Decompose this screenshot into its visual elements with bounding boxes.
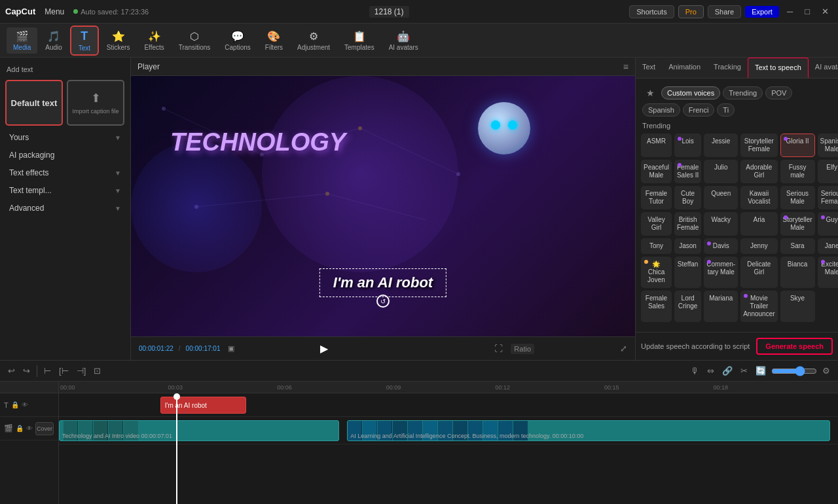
menu-item-ai-packaging[interactable]: AI packaging — [3, 147, 128, 164]
shortcuts-button[interactable]: Shortcuts — [629, 5, 674, 18]
voice-card-female-sales[interactable]: Female Sales — [641, 291, 672, 322]
voice-card-spanish-male[interactable]: Spanish Male — [818, 134, 838, 157]
voice-card-bianca[interactable]: Bianca — [780, 257, 815, 288]
trim-right-button[interactable]: ⊣] — [74, 365, 89, 377]
voice-card-queen[interactable]: Queen — [704, 186, 738, 209]
trim-left-button[interactable]: [⊢ — [56, 365, 71, 377]
voice-card-commentary-male[interactable]: Commen-tary Male — [704, 257, 738, 288]
menu-item-advanced[interactable]: Advanced ▼ — [3, 200, 128, 217]
tool-effects[interactable]: ✨ Effects — [137, 27, 170, 54]
tab-ai-avatars[interactable]: AI avatars 💜 — [809, 58, 838, 78]
video-clip-2[interactable]: AI Learning and Artificial Intelligence … — [347, 420, 830, 441]
tool-filters[interactable]: 🎨 Filters — [259, 27, 289, 54]
tab-text[interactable]: Text — [636, 58, 662, 78]
tool-adjustment[interactable]: ⚙ Adjustment — [291, 27, 337, 54]
split-button[interactable]: ⊢ — [41, 365, 54, 377]
voice-card-movie-trailer[interactable]: Movie Trailer Announcer — [740, 291, 777, 322]
voice-card-aria[interactable]: Aria — [740, 212, 777, 236]
tl-content[interactable]: 00:00 00:03 00:06 00:09 00:12 00:15 00:1… — [59, 382, 838, 504]
pro-button[interactable]: Pro — [678, 5, 704, 18]
tab-tracking[interactable]: Tracking — [707, 58, 748, 78]
maximize-button[interactable]: □ — [801, 5, 814, 18]
voice-card-peaceful-male[interactable]: Peaceful Male — [641, 160, 672, 183]
zoom-in-btn[interactable]: 🎙 — [688, 365, 702, 377]
voice-card-female-tutor[interactable]: Female Tutor — [641, 186, 672, 209]
menu-item-text-effects[interactable]: Text effects ▼ — [3, 164, 128, 181]
voice-card-lois[interactable]: Lois — [674, 134, 701, 157]
voice-card-chica-joven[interactable]: 🌟 Chica Joven — [641, 257, 672, 288]
generate-speech-button[interactable]: Generate speech — [756, 338, 833, 355]
voice-card-gloria-ii[interactable]: Gloria II — [780, 134, 815, 157]
text-clip[interactable]: I'm an AI robot — [160, 397, 246, 414]
tool-templates[interactable]: 📋 Templates — [338, 27, 381, 54]
redo-button[interactable]: ↪ — [20, 365, 33, 377]
voice-card-serious-female[interactable]: Serious Female — [818, 186, 838, 209]
delete-button[interactable]: ⊡ — [91, 365, 103, 377]
voice-card-lord-cringe[interactable]: Lord Cringe — [674, 291, 701, 322]
tool-captions[interactable]: 💬 Captions — [218, 27, 257, 54]
voice-card-davis[interactable]: Davis — [704, 238, 738, 254]
voice-card-sara[interactable]: Sara — [780, 238, 815, 254]
voice-card-steffan[interactable]: Steffan — [674, 257, 701, 288]
voice-card-female-sales-ii[interactable]: Female Sales II — [674, 160, 701, 183]
menu-item-yours[interactable]: Yours ▼ — [3, 129, 128, 146]
voice-card-excited-male[interactable]: Excited Male — [818, 257, 838, 288]
voice-card-jason[interactable]: Jason — [674, 238, 701, 254]
custom-voices-btn[interactable]: Custom voices — [661, 86, 720, 99]
more-filter-btn[interactable]: Ti — [717, 103, 735, 117]
tool-stickers[interactable]: ⭐ Stickers — [100, 27, 137, 54]
cover-button[interactable]: Cover — [35, 422, 54, 435]
voice-card-fussy-male[interactable]: Fussy male — [780, 160, 815, 183]
video-clip-1[interactable]: Technology and AI Intro video 00:00:07:0… — [59, 420, 339, 441]
link-btn[interactable]: 🔗 — [720, 365, 735, 377]
playhead[interactable] — [176, 393, 177, 504]
default-text-card[interactable]: Default text — [5, 80, 63, 126]
magnet-btn[interactable]: 🔄 — [753, 365, 769, 377]
tool-transitions[interactable]: ⬡ Transitions — [172, 27, 217, 54]
rotation-handle[interactable]: ↺ — [376, 295, 390, 308]
undo-button[interactable]: ↩ — [5, 365, 18, 377]
favorites-button[interactable]: ★ — [642, 85, 659, 101]
tool-media[interactable]: 🎬 Media — [7, 27, 37, 54]
voice-card-julio[interactable]: Julio — [704, 160, 738, 183]
voice-card-jane[interactable]: Jane — [818, 238, 838, 254]
pov-filter-btn[interactable]: POV — [765, 86, 792, 99]
french-filter-btn[interactable]: Frenci — [683, 103, 715, 117]
zoom-slider[interactable] — [771, 366, 817, 376]
voice-card-jessie[interactable]: Jessie — [704, 134, 738, 157]
voice-card-jenny[interactable]: Jenny — [740, 238, 777, 254]
fullscreen-icon[interactable]: ⛶ — [494, 344, 503, 353]
expand-icon[interactable]: ⤢ — [620, 344, 627, 353]
trending-filter-btn[interactable]: Trending — [723, 86, 763, 99]
voice-card-storyteller-male[interactable]: Storyteller Male — [780, 212, 815, 236]
player-text-overlay[interactable]: I'm an AI robot — [319, 268, 446, 297]
voice-card-wacky[interactable]: Wacky — [704, 212, 738, 236]
scissors-btn[interactable]: ✂ — [738, 365, 750, 377]
snap-btn[interactable]: ⇔ — [704, 365, 717, 377]
ratio-button[interactable]: Ratio — [511, 344, 534, 354]
tab-animation[interactable]: Animation — [662, 58, 707, 78]
voice-card-guy[interactable]: Guy — [818, 212, 838, 236]
import-caption-card[interactable]: ⬆ Import caption file — [67, 80, 124, 126]
menu-item-text-templates[interactable]: Text templ... ▼ — [3, 182, 128, 199]
voice-card-mariana[interactable]: Mariana — [704, 291, 738, 322]
tab-text-to-speech[interactable]: Text to speech — [748, 58, 809, 78]
tool-ai-avatars[interactable]: 🤖 AI avatars — [382, 27, 425, 54]
voice-card-cute-boy[interactable]: Cute Boy — [674, 186, 701, 209]
export-button[interactable]: Export — [745, 6, 779, 18]
voice-card-british-female[interactable]: British Female — [674, 212, 701, 236]
voice-card-skye[interactable]: Skye — [780, 291, 815, 322]
share-button[interactable]: Share — [708, 5, 741, 18]
voice-card-valley-girl[interactable]: Valley Girl — [641, 212, 672, 236]
spanish-filter-btn[interactable]: Spanish — [642, 103, 680, 117]
tool-text[interactable]: T Text — [70, 26, 99, 56]
voice-card-asmr[interactable]: ASMR — [641, 134, 672, 157]
voice-card-kawaii[interactable]: Kawaii Vocalist — [740, 186, 777, 209]
minimize-button[interactable]: ─ — [783, 5, 797, 18]
voice-card-storyteller-female[interactable]: Storyteller Female — [740, 134, 777, 157]
menu-button[interactable]: Menu — [41, 6, 68, 18]
voice-card-delicate-girl[interactable]: Delicate Girl — [740, 257, 777, 288]
player-menu-icon[interactable]: ≡ — [623, 62, 628, 72]
voice-card-elfy[interactable]: Elfy — [818, 160, 838, 183]
project-title[interactable]: 1218 (1) — [369, 6, 409, 18]
